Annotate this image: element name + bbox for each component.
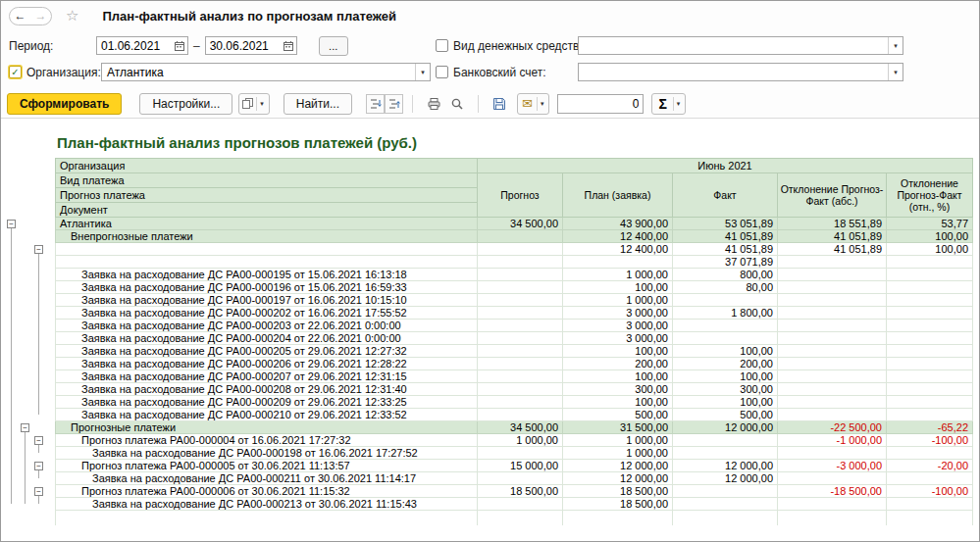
group-collapse-toggle[interactable]: − <box>7 220 16 228</box>
cell-forecast[interactable] <box>478 320 563 332</box>
cell-forecast[interactable] <box>478 230 563 243</box>
report-row[interactable]: Заявка на расходование ДС РА00-000203 от… <box>56 320 973 332</box>
cell-deviation-abs[interactable] <box>778 409 887 421</box>
cell-plan[interactable]: 1 000,00 <box>563 447 673 460</box>
cell-plan[interactable]: 1 000,00 <box>563 269 673 281</box>
cell-deviation-abs[interactable] <box>778 332 887 345</box>
cell-plan[interactable]: 100,00 <box>563 281 673 294</box>
bank-account-combobox[interactable]: ▾ <box>578 63 903 81</box>
cell-fact[interactable] <box>673 447 778 460</box>
report-row[interactable]: Прогнозные платежи34 500,0031 500,0012 0… <box>56 421 973 434</box>
cell-forecast[interactable] <box>478 269 563 281</box>
cell-deviation-abs[interactable] <box>778 320 887 332</box>
cell-deviation-abs[interactable] <box>778 498 887 511</box>
cell-deviation-abs[interactable]: -22 500,00 <box>778 421 887 434</box>
favorite-star-icon[interactable]: ☆ <box>66 7 78 25</box>
cell-fact[interactable] <box>673 294 778 307</box>
report-row[interactable]: Заявка на расходование ДС РА00-000208 от… <box>56 383 973 396</box>
report-row[interactable]: Внепрогнозные платежи12 400,0041 051,894… <box>56 230 973 243</box>
cell-fact[interactable]: 200,00 <box>673 358 778 370</box>
cell-fact[interactable]: 300,00 <box>673 383 778 396</box>
cell-plan[interactable]: 12 400,00 <box>563 230 673 243</box>
cell-forecast[interactable] <box>478 383 563 396</box>
cell-deviation-abs[interactable] <box>778 358 887 370</box>
cell-deviation-rel[interactable] <box>887 332 973 345</box>
find-button[interactable]: Найти... <box>284 93 352 115</box>
generate-button[interactable]: Сформировать <box>7 93 122 115</box>
row-label[interactable]: Заявка на расходование ДС РА00-000204 от… <box>56 332 478 345</box>
cell-deviation-rel[interactable] <box>887 447 973 460</box>
bank-account-checkbox[interactable] <box>436 66 448 78</box>
group-collapse-toggle[interactable]: − <box>34 462 43 470</box>
organization-combobox[interactable]: Атлантика ▾ <box>101 63 431 81</box>
cell-plan[interactable]: 43 900,00 <box>563 218 673 230</box>
cell-forecast[interactable] <box>478 498 563 511</box>
report-row[interactable]: Заявка на расходование ДС РА00-000202 от… <box>56 307 973 320</box>
chevron-down-icon[interactable]: ▾ <box>888 64 903 80</box>
cell-deviation-abs[interactable] <box>778 307 887 320</box>
cell-deviation-rel[interactable] <box>887 281 973 294</box>
cell-fact[interactable]: 80,00 <box>673 281 778 294</box>
cell-plan[interactable]: 300,00 <box>563 383 673 396</box>
cell-deviation-abs[interactable]: 41 051,89 <box>778 243 887 256</box>
cell-fact[interactable]: 41 051,89 <box>673 243 778 256</box>
cell-fact[interactable]: 12 000,00 <box>673 460 778 472</box>
row-label[interactable] <box>56 243 478 256</box>
report-row[interactable]: Заявка на расходование ДС РА00-000204 от… <box>56 332 973 345</box>
cash-type-combobox[interactable]: ▾ <box>578 36 903 55</box>
forward-button[interactable]: → <box>30 8 51 25</box>
cell-forecast[interactable]: 34 500,00 <box>478 421 563 434</box>
chevron-down-icon[interactable]: ▾ <box>673 97 684 111</box>
cell-fact[interactable]: 12 000,00 <box>673 472 778 485</box>
cell-deviation-rel[interactable] <box>887 256 973 269</box>
cell-forecast[interactable] <box>478 472 563 485</box>
cell-deviation-abs[interactable] <box>778 345 887 358</box>
cell-plan[interactable]: 18 500,00 <box>563 485 673 498</box>
cell-deviation-abs[interactable] <box>778 383 887 396</box>
cell-plan[interactable]: 31 500,00 <box>563 421 673 434</box>
row-label[interactable]: Внепрогнозные платежи <box>56 230 478 243</box>
row-label[interactable]: Заявка на расходование ДС РА00-000197 от… <box>56 294 478 307</box>
row-label[interactable]: Заявка на расходование ДС РА00-000196 от… <box>56 281 478 294</box>
cell-deviation-abs[interactable] <box>778 256 887 269</box>
cell-forecast[interactable] <box>478 345 563 358</box>
cell-plan[interactable]: 100,00 <box>563 345 673 358</box>
cell-forecast[interactable] <box>478 396 563 409</box>
chevron-down-icon[interactable]: ▾ <box>256 97 267 111</box>
cell-plan[interactable]: 1 000,00 <box>563 294 673 307</box>
print-button[interactable] <box>422 93 445 115</box>
cell-deviation-abs[interactable] <box>778 396 887 409</box>
cell-forecast[interactable] <box>478 358 563 370</box>
cell-deviation-rel[interactable] <box>887 307 973 320</box>
report-row[interactable]: 37 071,89 <box>56 256 973 269</box>
cell-plan[interactable]: 200,00 <box>563 358 673 370</box>
cell-deviation-rel[interactable]: 53,77 <box>887 218 973 230</box>
cell-deviation-rel[interactable] <box>887 269 973 281</box>
cell-deviation-rel[interactable] <box>887 294 973 307</box>
report-row[interactable]: Прогноз платежа РА00-000004 от 16.06.202… <box>56 434 973 447</box>
cell-deviation-rel[interactable] <box>887 498 973 511</box>
cell-fact[interactable]: 500,00 <box>673 409 778 421</box>
cell-deviation-abs[interactable]: 18 551,89 <box>778 218 887 230</box>
cell-plan[interactable] <box>563 256 673 269</box>
cell-plan[interactable]: 500,00 <box>563 409 673 421</box>
cell-forecast[interactable]: 34 500,00 <box>478 218 563 230</box>
row-label[interactable]: Атлантика <box>56 218 478 230</box>
cell-plan[interactable]: 12 000,00 <box>563 460 673 472</box>
mail-split-button[interactable]: ✉ ▾ <box>517 93 549 115</box>
cell-deviation-rel[interactable]: -20,00 <box>887 460 973 472</box>
cell-fact[interactable] <box>673 332 778 345</box>
group-collapse-toggle[interactable]: − <box>21 423 29 432</box>
cell-deviation-rel[interactable]: -100,00 <box>887 485 973 498</box>
row-label[interactable] <box>56 256 478 269</box>
cell-forecast[interactable] <box>478 294 563 307</box>
cell-fact[interactable] <box>673 434 778 447</box>
row-label[interactable]: Заявка на расходование ДС РА00-000207 от… <box>56 370 478 383</box>
cell-deviation-abs[interactable] <box>778 447 887 460</box>
cell-deviation-rel[interactable]: -65,22 <box>887 421 973 434</box>
cell-deviation-abs[interactable] <box>778 281 887 294</box>
group-collapse-toggle[interactable]: − <box>34 245 43 254</box>
cell-plan[interactable]: 12 400,00 <box>563 243 673 256</box>
row-label[interactable]: Прогнозные платежи <box>56 421 478 434</box>
cell-deviation-rel[interactable] <box>887 370 973 383</box>
